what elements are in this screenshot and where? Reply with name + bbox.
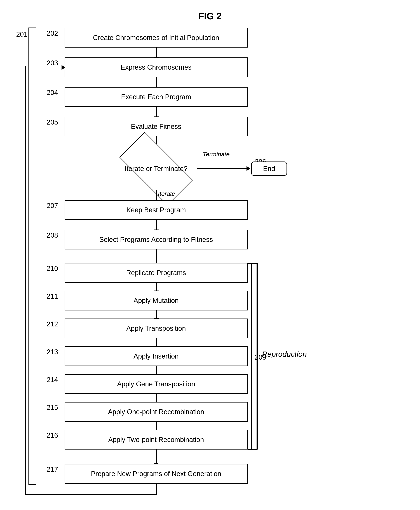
step-217: 217 [47,466,58,473]
box-prepare-new-programs: Prepare New Programs of Next Generation [65,464,248,484]
arrow-12 [156,422,157,431]
arrow-loop-horiz [25,494,157,495]
step-210: 210 [47,265,58,272]
step-215: 215 [47,404,58,412]
box-keep-best-program: Keep Best Program [65,200,248,220]
arrow-loop-up [25,66,26,495]
box-end: End [251,162,287,176]
step-207: 207 [47,202,58,210]
box-apply-two-point: Apply Two-point Recombination [65,430,248,450]
bracket-209-bottom [248,449,252,450]
step-216: 216 [47,432,58,439]
box-replicate-programs: Replicate Programs [65,263,248,283]
box-evaluate-fitness: Evaluate Fitness [65,117,248,136]
arrow-7 [156,283,157,292]
step-203: 203 [47,59,58,67]
step-211: 211 [47,292,58,300]
step-214: 214 [47,376,58,384]
step-208: 208 [47,232,58,239]
arrow-3 [156,107,157,118]
arrow-1 [156,48,157,58]
step-205: 205 [47,119,58,126]
box-create-chromosomes: Create Chromosomes of Initial Population [65,28,248,48]
box-execute-each-program: Execute Each Program [65,87,248,107]
arrow-6 [156,249,157,264]
arrow-11 [156,394,157,403]
iterate-label: Iterate [158,190,175,197]
arrow-5 [156,220,157,231]
box-express-chromosomes: Express Chromosomes [65,57,248,77]
step-212: 212 [47,320,58,328]
box-select-programs: Select Programs According to Fitness [65,230,248,249]
reproduction-label: Reproduction [262,350,307,359]
step-204: 204 [47,89,58,97]
step-213: 213 [47,348,58,356]
diagram: FIG 2 201 202 Create Chromosomes of Init… [0,0,420,485]
step-201: 201 [16,30,27,38]
arrow-13 [156,450,157,464]
page-title: FIG 2 [0,0,420,22]
arrow-10 [156,366,157,375]
arrowhead-terminate [247,166,250,171]
bracket-209-vert [251,263,252,450]
box-apply-mutation: Apply Mutation [65,291,248,310]
arrow-2 [156,77,157,88]
diamond-iterate-terminate: Iterate or Terminate? [115,147,197,190]
box-apply-gene-transposition: Apply Gene Transposition [65,374,248,394]
diamond-text: Iterate or Terminate? [125,165,188,173]
box-apply-one-point: Apply One-point Recombination [65,402,248,422]
terminate-label: Terminate [203,151,230,158]
arrow-iterate [156,190,157,201]
box-apply-transposition: Apply Transposition [65,319,248,338]
box-apply-insertion: Apply Insertion [65,346,248,366]
arrow-9 [156,338,157,347]
arrow-loop-down [156,484,157,494]
arrowhead-loop [61,65,65,70]
arrow-8 [156,310,157,319]
arrow-terminate [197,168,248,169]
step-202: 202 [47,30,58,37]
bracket-209-top [248,263,252,264]
